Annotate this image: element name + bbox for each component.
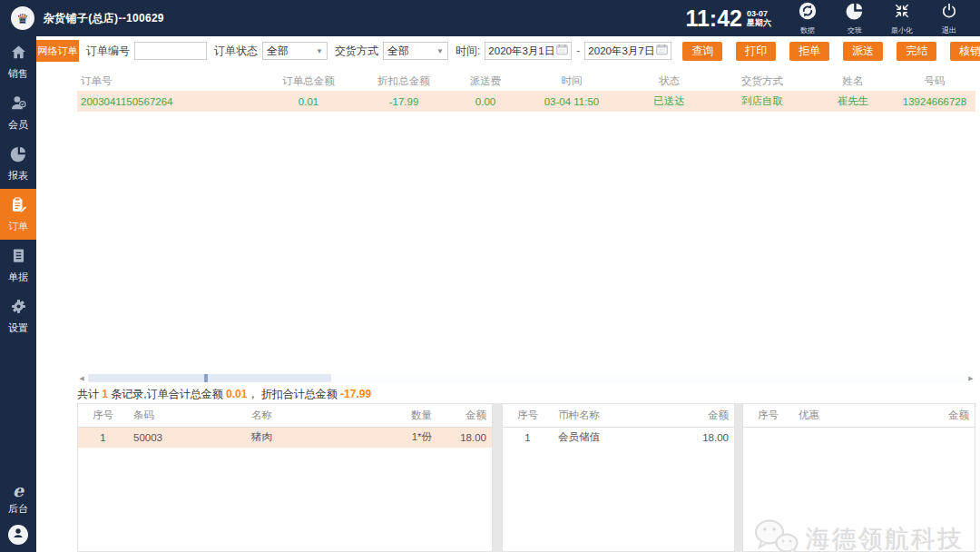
sidebar-item-label: 报表 <box>8 169 28 182</box>
minimize-label: 最小化 <box>891 25 913 35</box>
summary-part1: 共计 <box>77 388 102 400</box>
calendar-icon <box>556 44 568 58</box>
sidebar-item-label: 单据 <box>8 271 28 284</box>
order-status-select[interactable]: 全部 ▼ <box>262 42 328 60</box>
summary-line: 共计 1 条记录,订单合计总金额 0.01， 折扣合计总金额 -17.99 <box>77 387 371 402</box>
minimize-icon <box>893 2 911 24</box>
tab-online-orders[interactable]: 网络订单 <box>36 40 79 62</box>
print-button[interactable]: 打印 <box>736 42 776 61</box>
discounts-table: 序号 优惠 金额 <box>743 404 975 428</box>
col-amount: 金额 <box>911 404 975 427</box>
writeoff-button[interactable]: 核销 <box>950 42 980 61</box>
col-barcode: 条码 <box>128 404 246 427</box>
shift-handover-button[interactable]: 交班 <box>831 2 878 35</box>
order-no-input[interactable] <box>134 42 207 60</box>
sidebar-item-reports[interactable]: 报表 <box>0 138 36 189</box>
item-index-cell: 1 <box>78 427 128 448</box>
sidebar-item-label: 设置 <box>8 321 28 335</box>
clock-weekday: 星期六 <box>747 18 771 27</box>
exit-label: 退出 <box>942 25 956 35</box>
discounts-panel: 序号 优惠 金额 <box>742 403 975 552</box>
delivery-method-label: 交货方式 <box>335 44 378 59</box>
item-name-cell: 猪肉 <box>246 427 383 448</box>
item-row[interactable]: 1 50003 猪肉 1*份 18.00 <box>78 427 492 448</box>
order-status-label: 订单状态 <box>214 44 258 59</box>
main-content: 网络订单 订单编号 订单状态 全部 ▼ 交货方式 全部 ▼ 时间: 2020年3… <box>36 36 980 552</box>
minimize-button[interactable]: 最小化 <box>878 2 926 35</box>
sync-icon <box>799 2 817 24</box>
order-status-value: 全部 <box>267 44 316 59</box>
clock-date-value: 03-07 <box>747 9 771 18</box>
data-sync-button[interactable]: 数据 <box>784 2 831 35</box>
backend-label: 后台 <box>8 502 28 516</box>
col-amount: 金额 <box>437 404 492 427</box>
col-discount-name: 优惠 <box>793 404 911 427</box>
delivery-fee-cell: 0.00 <box>454 91 517 112</box>
item-quantity-cell: 1*份 <box>383 427 437 448</box>
discount-total-cell: -17.99 <box>354 91 454 112</box>
date-to-value: 2020年3月7日 <box>588 44 656 58</box>
member-icon <box>10 94 27 115</box>
col-order-no: 订单号 <box>77 71 263 91</box>
sidebar-item-settings[interactable]: 设置 <box>0 291 36 341</box>
col-delivery-method: 交货方式 <box>712 71 812 91</box>
col-delivery-fee: 派送费 <box>454 71 517 91</box>
date-from-input[interactable]: 2020年3月1日 <box>485 42 572 60</box>
complete-button[interactable]: 完结 <box>897 42 936 61</box>
exit-button[interactable]: 退出 <box>926 2 973 35</box>
payment-row[interactable]: 1 会员储值 18.00 <box>503 427 734 448</box>
sidebar-item-orders[interactable]: 订单 <box>0 189 36 240</box>
scrollbar-thumb[interactable] <box>88 374 331 382</box>
sidebar-item-backend[interactable]: e 后台 <box>0 481 36 516</box>
delivery-method-cell: 到店自取 <box>712 91 812 112</box>
query-button[interactable]: 查询 <box>682 42 722 61</box>
store-name: 杂货铺子(总店)--100629 <box>44 11 164 26</box>
account-button[interactable] <box>8 525 28 545</box>
order-row[interactable]: 2003041150567264 0.01 -17.99 0.00 03-04 … <box>77 91 975 112</box>
browser-e-icon: e <box>13 481 24 499</box>
col-order-total: 订单总金额 <box>263 71 354 91</box>
scroll-right-arrow-icon[interactable]: ▶ <box>966 375 975 382</box>
reject-order-button[interactable]: 拒单 <box>789 42 829 61</box>
pos-app-window: ♛ 杂货铺子(总店)--100629 11:42 03-07 星期六 <box>0 0 980 552</box>
account-person-icon <box>11 526 25 544</box>
scroll-left-arrow-icon[interactable]: ◀ <box>77 375 86 382</box>
calendar-icon <box>656 44 668 58</box>
col-amount: 金额 <box>671 404 734 427</box>
shift-handover-label: 交班 <box>848 25 862 35</box>
items-header-row: 序号 条码 名称 数量 金额 <box>78 404 492 427</box>
item-amount-cell: 18.00 <box>437 427 492 448</box>
delivery-method-value: 全部 <box>387 44 436 59</box>
horizontal-scrollbar: ◀ ▶ <box>77 373 975 383</box>
chevron-down-icon: ▼ <box>316 47 323 55</box>
clock-time: 11:42 <box>685 6 742 30</box>
summary-part2: 条记录,订单合计总金额 <box>108 388 226 400</box>
scrollbar-track[interactable] <box>86 374 966 382</box>
date-from-value: 2020年3月1日 <box>488 44 556 58</box>
chevron-down-icon: ▼ <box>436 47 444 55</box>
order-items-panel: 序号 条码 名称 数量 金额 1 50003 猪肉 1*份 18.00 <box>77 403 493 552</box>
delivery-method-select[interactable]: 全部 ▼ <box>383 42 448 60</box>
shift-pie-icon <box>846 2 864 24</box>
order-no-label: 订单编号 <box>86 44 130 59</box>
titlebar: ♛ 杂货铺子(总店)--100629 11:42 03-07 星期六 <box>0 0 980 36</box>
order-icon <box>10 196 27 217</box>
sidebar-item-receipts[interactable]: 单据 <box>0 240 36 291</box>
payments-header-row: 序号 币种名称 金额 <box>503 404 734 427</box>
col-phone: 号码 <box>894 71 975 91</box>
dispatch-button[interactable]: 派送 <box>843 42 883 61</box>
power-icon <box>940 2 958 24</box>
summary-order-total: 0.01 <box>226 388 247 400</box>
date-to-input[interactable]: 2020年3月7日 <box>584 42 671 60</box>
sidebar-item-sales[interactable]: 销售 <box>0 36 36 87</box>
clock: 11:42 03-07 星期六 <box>685 6 771 30</box>
home-icon <box>10 44 27 64</box>
sidebar-item-members[interactable]: 会员 <box>0 87 36 138</box>
summary-discount-total: -17.99 <box>340 388 371 400</box>
data-sync-label: 数据 <box>800 25 815 35</box>
status-cell: 已送达 <box>626 91 712 112</box>
col-index: 序号 <box>78 404 128 427</box>
sidebar-item-label: 会员 <box>8 118 28 132</box>
time-label: 时间: <box>456 44 480 59</box>
sidebar-item-label: 订单 <box>8 220 28 233</box>
